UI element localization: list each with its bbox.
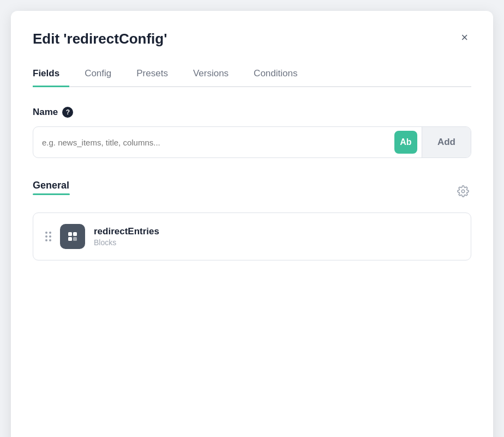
tab-presets[interactable]: Presets (136, 63, 178, 87)
svg-point-0 (461, 190, 465, 193)
type-badge: Ab (394, 131, 417, 154)
svg-rect-2 (68, 237, 72, 241)
tab-fields[interactable]: Fields (33, 63, 69, 87)
field-name: redirectEntries (94, 226, 159, 237)
name-input[interactable] (42, 128, 390, 157)
general-title: General (33, 180, 70, 191)
field-card: redirectEntries Blocks (33, 213, 471, 260)
add-button[interactable]: Add (422, 127, 471, 157)
name-label: Name ? (33, 107, 471, 118)
gear-icon (457, 185, 469, 197)
field-info: redirectEntries Blocks (94, 226, 159, 247)
general-title-wrap: General (33, 180, 70, 206)
blocks-icon (66, 230, 79, 243)
field-type: Blocks (94, 238, 159, 247)
name-input-row: Ab Add (33, 126, 471, 158)
name-help-icon[interactable]: ? (62, 107, 73, 118)
svg-rect-3 (73, 232, 77, 236)
edit-modal: Edit 'redirectConfig' × Fields Config Pr… (11, 11, 493, 437)
modal-title: Edit 'redirectConfig' (33, 31, 167, 47)
svg-rect-1 (68, 232, 72, 236)
svg-rect-4 (73, 237, 77, 241)
tab-versions[interactable]: Versions (193, 63, 238, 87)
general-underline (33, 193, 70, 195)
field-icon (60, 224, 85, 249)
gear-button[interactable] (455, 183, 471, 203)
modal-header: Edit 'redirectConfig' × (33, 31, 471, 47)
tab-config[interactable]: Config (85, 63, 121, 87)
drag-handle[interactable] (45, 232, 51, 241)
tab-bar: Fields Config Presets Versions Condition… (33, 63, 471, 87)
close-button[interactable]: × (458, 31, 471, 45)
tab-conditions[interactable]: Conditions (254, 63, 307, 87)
general-header: General (33, 180, 471, 206)
